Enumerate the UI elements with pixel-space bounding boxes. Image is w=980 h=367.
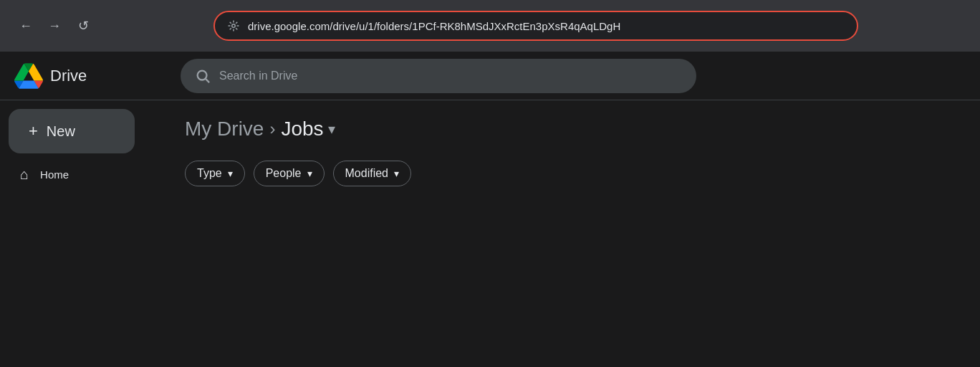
drive-logo-area: Drive xyxy=(14,62,172,90)
svg-line-10 xyxy=(206,79,209,82)
filter-people-arrow-icon: ▾ xyxy=(307,168,312,179)
drive-header: Drive Search in Drive xyxy=(0,52,980,100)
breadcrumb-separator: › xyxy=(269,119,275,139)
breadcrumb-current-label: Jobs xyxy=(281,118,323,140)
new-button-label: New xyxy=(47,123,75,140)
browser-bar: ← → ↺ drive.google.com/drive/u/1/fo xyxy=(0,0,980,52)
filter-type-label: Type xyxy=(197,167,222,180)
sidebar-item-home[interactable]: ⌂ Home xyxy=(9,159,152,190)
sidebar: + New ⌂ Home xyxy=(0,100,165,367)
site-info-icon[interactable] xyxy=(226,19,241,33)
new-button[interactable]: + New xyxy=(9,109,135,153)
forward-button[interactable]: → xyxy=(43,14,66,37)
filter-modified[interactable]: Modified ▾ xyxy=(333,161,411,186)
search-placeholder: Search in Drive xyxy=(219,70,297,82)
svg-point-9 xyxy=(198,70,207,80)
breadcrumb-current[interactable]: Jobs ▾ xyxy=(281,118,335,140)
home-icon: ⌂ xyxy=(20,166,29,183)
main-content: + New ⌂ Home My Drive › Jobs ▾ xyxy=(0,100,980,367)
url-base: drive.google.com/drive/u/1/folders/ xyxy=(248,20,412,32)
drive-title: Drive xyxy=(50,67,87,85)
filter-modified-label: Modified xyxy=(345,167,388,180)
filter-type[interactable]: Type ▾ xyxy=(185,161,245,186)
breadcrumb-parent[interactable]: My Drive xyxy=(185,118,264,140)
filter-row: Type ▾ People ▾ Modified ▾ xyxy=(185,161,960,186)
svg-line-6 xyxy=(236,28,237,29)
reload-button[interactable]: ↺ xyxy=(72,14,95,37)
filter-people-label: People xyxy=(266,167,302,180)
back-button[interactable]: ← xyxy=(14,14,37,37)
svg-line-5 xyxy=(230,22,231,24)
svg-line-7 xyxy=(236,22,237,24)
svg-point-0 xyxy=(232,24,236,28)
search-bar[interactable]: Search in Drive xyxy=(181,59,696,93)
breadcrumb-dropdown-icon: ▾ xyxy=(328,120,335,138)
nav-buttons: ← → ↺ xyxy=(14,14,95,37)
breadcrumb-row: My Drive › Jobs ▾ xyxy=(185,118,960,140)
svg-line-8 xyxy=(230,28,231,29)
url-path: 1PCf-RK8hMSdJXxRctEn3pXsR4qAqLDgH xyxy=(412,20,620,32)
address-bar[interactable]: drive.google.com/drive/u/1/folders/1PCf-… xyxy=(213,11,858,41)
filter-modified-arrow-icon: ▾ xyxy=(394,168,399,179)
app-area: Drive Search in Drive + New ⌂ Home xyxy=(0,52,980,367)
search-icon xyxy=(195,68,211,84)
sidebar-home-label: Home xyxy=(40,168,69,181)
content-area: My Drive › Jobs ▾ Type ▾ People ▾ Mod xyxy=(165,100,980,367)
drive-logo-icon xyxy=(14,62,43,90)
new-button-plus-icon: + xyxy=(29,122,38,140)
filter-people[interactable]: People ▾ xyxy=(254,161,325,186)
url-text: drive.google.com/drive/u/1/folders/1PCf-… xyxy=(248,20,845,32)
filter-type-arrow-icon: ▾ xyxy=(228,168,233,179)
address-bar-container: drive.google.com/drive/u/1/folders/1PCf-… xyxy=(213,11,858,41)
